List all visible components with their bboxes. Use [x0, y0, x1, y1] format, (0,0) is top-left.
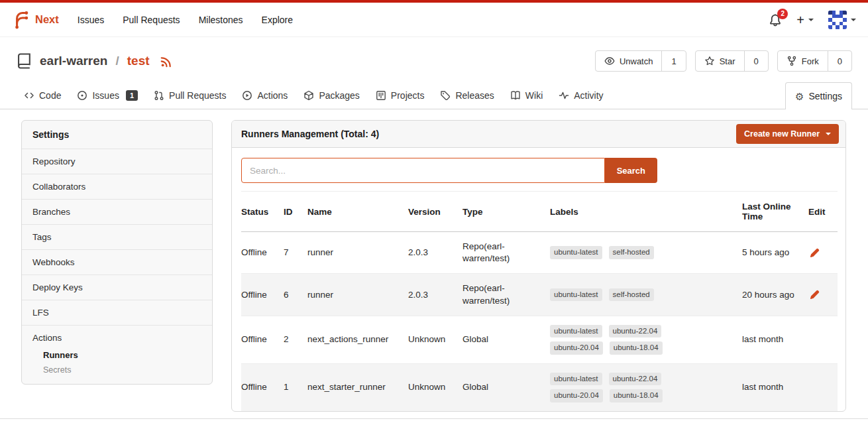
runner-id: 7: [284, 247, 289, 257]
runner-label-chip: self-hosted: [609, 246, 654, 259]
tab-label: Code: [39, 90, 61, 101]
book-icon: [510, 90, 521, 101]
sidebar-subitem-runners[interactable]: Runners: [43, 350, 201, 360]
tab-pull-requests[interactable]: Pull Requests: [146, 82, 234, 109]
col-version: Version: [408, 192, 462, 232]
col-name: Name: [307, 192, 408, 232]
star-icon: [704, 56, 715, 66]
code-icon: [24, 90, 34, 101]
col-id: ID: [284, 192, 307, 232]
edit-runner-button[interactable]: [808, 288, 821, 301]
sidebar-subitem-secrets[interactable]: Secrets: [43, 365, 201, 375]
repo-header: earl-warren / test Unwatch 1: [0, 37, 868, 80]
sidebar-actions-children: Runners Secrets: [22, 350, 212, 384]
sidebar-item-webhooks[interactable]: Webhooks: [22, 250, 212, 275]
runner-label-chip: ubuntu-18.04: [610, 389, 663, 402]
runner-label-chip: ubuntu-20.04: [550, 389, 603, 402]
tab-settings[interactable]: ⚙ Settings: [785, 82, 852, 109]
tab-releases[interactable]: Releases: [432, 82, 502, 109]
sidebar-item-repository[interactable]: Repository: [22, 149, 212, 174]
edit-runner-button[interactable]: [808, 247, 821, 259]
runner-row: Offline 2 next_actions_runner Unknown Gl…: [241, 316, 838, 363]
runner-label-chip: ubuntu-latest: [550, 246, 602, 259]
gear-icon: ⚙: [795, 91, 804, 101]
runners-panel-header: Runners Management (Total: 4) Create new…: [232, 121, 845, 148]
search-input[interactable]: [241, 158, 605, 183]
tab-label: Settings: [808, 91, 842, 101]
star-button-group: Star 0: [695, 50, 769, 72]
notification-count-badge: 2: [777, 9, 788, 19]
tab-activity[interactable]: Activity: [551, 82, 611, 109]
runner-last-online: last month: [742, 382, 783, 392]
plus-icon: +: [796, 13, 804, 27]
labels-list: ubuntu-latestself-hosted: [550, 246, 682, 259]
runner-status: Offline: [241, 290, 267, 300]
tab-label: Actions: [257, 90, 288, 101]
user-menu-button[interactable]: [828, 11, 856, 29]
nav-milestones[interactable]: Milestones: [190, 8, 252, 32]
runner-id: 2: [284, 334, 289, 344]
search-button[interactable]: Search: [605, 158, 657, 183]
col-status: Status: [241, 192, 284, 232]
create-new-menu-button[interactable]: +: [796, 13, 814, 27]
tab-issues[interactable]: Issues 1: [69, 82, 146, 109]
forks-count[interactable]: 0: [828, 51, 851, 71]
sidebar-item-actions[interactable]: Actions: [22, 326, 212, 350]
runner-row: Offline 6 runner 2.0.3 Repo(earl-warren/…: [241, 274, 838, 316]
tag-icon: [440, 90, 451, 101]
nav-explore[interactable]: Explore: [252, 8, 302, 32]
col-edit: Edit: [808, 192, 838, 232]
forgejo-logo-icon: [12, 11, 30, 29]
runner-status: Offline: [241, 382, 267, 392]
nav-issues[interactable]: Issues: [68, 8, 113, 32]
pencil-icon: [810, 248, 820, 258]
runners-panel: Runners Management (Total: 4) Create new…: [231, 120, 846, 412]
runner-id: 6: [284, 290, 289, 300]
repo-owner-link[interactable]: earl-warren: [40, 54, 107, 68]
tab-wiki[interactable]: Wiki: [502, 82, 551, 109]
fork-label: Fork: [802, 56, 819, 66]
tab-label: Releases: [455, 90, 494, 101]
tab-packages[interactable]: Packages: [296, 82, 367, 109]
rss-feed-icon[interactable]: [160, 55, 173, 68]
star-button[interactable]: Star: [696, 51, 744, 71]
runner-label-chip: ubuntu-18.04: [610, 341, 663, 355]
runner-last-online: 5 hours ago: [742, 247, 789, 257]
home-link[interactable]: Next: [12, 11, 59, 29]
notifications-button[interactable]: 2: [769, 13, 782, 27]
tab-projects[interactable]: Projects: [368, 82, 433, 109]
sidebar-item-tags[interactable]: Tags: [22, 225, 212, 250]
tab-code[interactable]: Code: [16, 82, 69, 109]
labels-list: ubuntu-latestself-hosted: [550, 288, 682, 302]
sidebar-item-collaborators[interactable]: Collaborators: [22, 174, 212, 200]
nav-pull-requests[interactable]: Pull Requests: [113, 8, 189, 32]
tab-actions[interactable]: Actions: [234, 82, 296, 109]
watchers-count[interactable]: 1: [661, 51, 685, 71]
runner-type: Global: [462, 334, 488, 344]
sidebar-item-lfs[interactable]: LFS: [22, 300, 212, 326]
runner-row: Offline 1 next_starter_runner Unknown Gl…: [241, 363, 838, 411]
sidebar-item-branches[interactable]: Branches: [22, 200, 212, 225]
runner-type: Global: [462, 382, 488, 392]
caret-down-icon: [808, 19, 814, 21]
fork-button[interactable]: Fork: [778, 51, 828, 71]
runners-table-body: Offline 7 runner 2.0.3 Repo(earl-warren/…: [241, 232, 838, 411]
project-board-icon: [376, 90, 386, 101]
create-runner-button[interactable]: Create new Runner: [736, 124, 839, 144]
stars-count[interactable]: 0: [744, 51, 768, 71]
runner-version: 2.0.3: [408, 290, 428, 300]
repo-name-link[interactable]: test: [127, 54, 150, 68]
pull-request-icon: [154, 90, 164, 101]
tab-label: Projects: [391, 90, 425, 101]
sidebar-item-deploy-keys[interactable]: Deploy Keys: [22, 275, 212, 300]
fork-button-group: Fork 0: [777, 50, 852, 72]
search-row: Search: [232, 148, 845, 191]
repo-tabbar: Code Issues 1 Pull Requests Actions: [0, 82, 868, 109]
runner-label-chip: ubuntu-latest: [550, 373, 602, 386]
labels-list: ubuntu-latestubuntu-22.04ubuntu-20.04ubu…: [550, 325, 682, 355]
runner-name: next_actions_runner: [307, 334, 388, 344]
tab-label: Wiki: [525, 90, 543, 101]
unwatch-button[interactable]: Unwatch: [596, 51, 662, 71]
create-runner-label: Create new Runner: [744, 129, 820, 139]
footer-divider: [0, 418, 868, 427]
